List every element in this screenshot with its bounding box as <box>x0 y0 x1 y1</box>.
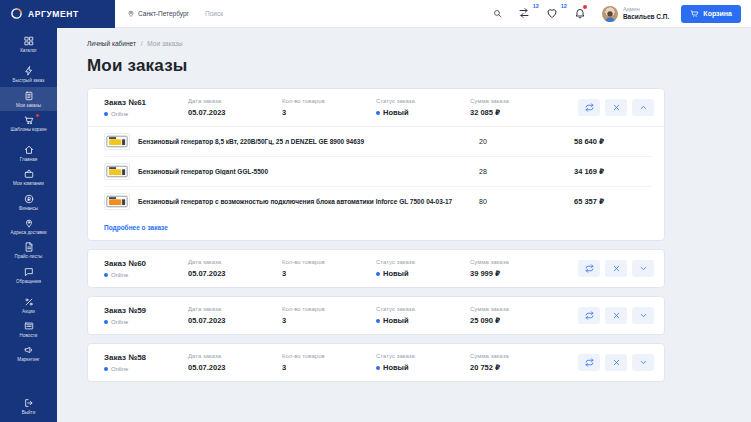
order-sum-label: Сумма заказа <box>470 306 564 312</box>
sidebar-item-my-orders[interactable]: Мои заказы <box>0 87 57 111</box>
location-pin-icon <box>127 9 135 18</box>
sidebar-item-promotions[interactable]: Акции <box>0 293 57 317</box>
online-status-dot <box>104 320 108 324</box>
favorites-button[interactable]: 12 <box>546 7 559 20</box>
order-sum-value: 25 090 ₽ <box>470 316 564 325</box>
order-qty-value: 3 <box>282 363 376 372</box>
sidebar-item-label: Прайс-листы <box>15 254 43 259</box>
order-actions <box>578 354 654 371</box>
order-status-value-block: Новый <box>376 316 470 325</box>
order-actions <box>578 99 654 116</box>
breadcrumb: Личный кабинет / Мои заказы <box>87 40 751 47</box>
sidebar-item-icon <box>24 169 34 179</box>
cancel-order-button[interactable] <box>605 99 627 116</box>
sidebar-item-catalog[interactable]: Каталог <box>0 32 57 56</box>
order-date-value: 05.07.2023 <box>188 269 282 278</box>
cancel-order-button[interactable] <box>605 307 627 324</box>
cart-button[interactable]: Корзина <box>681 5 741 23</box>
order-status-label: Статус заказа <box>376 306 470 312</box>
logout-icon <box>24 398 34 408</box>
orders-icon <box>24 91 34 101</box>
order-header: Заказ №58 Online Дата заказа 05.07.2023 … <box>88 344 664 381</box>
order-date-label: Дата заказа <box>188 306 282 312</box>
sidebar-item-icon <box>24 218 34 228</box>
breadcrumb-home[interactable]: Личный кабинет <box>87 40 136 47</box>
sidebar-item-delivery-addresses[interactable]: Адреса доставки <box>0 214 57 238</box>
order-status-col: Статус заказа Новый <box>376 98 470 117</box>
sidebar-item-icon <box>24 115 34 125</box>
compare-button[interactable]: 12 <box>518 7 531 20</box>
breadcrumb-separator: / <box>141 40 143 47</box>
repeat-order-button[interactable] <box>578 260 600 277</box>
order-qty-label: Кол-во товаров <box>282 353 376 359</box>
order-qty-label: Кол-во товаров <box>282 306 376 312</box>
order-id-block: Заказ №61 Online <box>104 98 188 117</box>
sidebar-item-news[interactable]: Новости <box>0 317 57 341</box>
product-image <box>104 163 130 180</box>
order-id-block: Заказ №58 Online <box>104 353 188 372</box>
order-details-link[interactable]: Подробнее о заказе <box>104 224 168 231</box>
close-icon <box>612 264 621 273</box>
order-sum-col: Сумма заказа 32 085 ₽ <box>470 98 564 117</box>
repeat-order-button[interactable] <box>578 99 600 116</box>
order-qty-col: Кол-во товаров 3 <box>282 259 376 278</box>
sidebar-item-finance[interactable]: Финансы <box>0 190 57 214</box>
order-date-value: 05.07.2023 <box>188 363 282 372</box>
sidebar-item-icon <box>24 194 34 204</box>
repeat-order-button[interactable] <box>578 307 600 324</box>
cancel-order-button[interactable] <box>605 260 627 277</box>
brand-logo[interactable]: АРГУМЕНТ <box>0 0 115 28</box>
cancel-order-button[interactable] <box>605 354 627 371</box>
close-icon <box>612 103 621 112</box>
sidebar-item-my-companies[interactable]: Мои компании <box>0 165 57 189</box>
close-icon <box>612 311 621 320</box>
sidebar-item-quick-order[interactable]: Быстрый заказ <box>0 62 57 86</box>
sidebar-item-logout[interactable]: Выйти <box>0 394 57 418</box>
megaphone-icon <box>24 345 34 355</box>
city-selector[interactable]: Санкт-Петербург <box>127 9 189 18</box>
sidebar-item-support[interactable]: Обращения <box>0 263 57 287</box>
user-menu[interactable]: Админ Васильев С.П. <box>602 6 669 22</box>
pin-icon <box>24 218 34 228</box>
user-role: Админ <box>623 6 669 13</box>
finance-icon <box>24 194 34 204</box>
sidebar-item-cart-templates[interactable]: Шаблоны корзин <box>0 111 57 135</box>
order-qty-col: Кол-во товаров 3 <box>282 306 376 325</box>
order-sum-value: 32 085 ₽ <box>470 108 564 117</box>
search-icon[interactable] <box>493 9 502 18</box>
chevron-down-icon <box>639 311 648 320</box>
product-name[interactable]: Бензиновый генератор с возможностью подк… <box>138 198 479 205</box>
notifications-button[interactable] <box>574 7 587 20</box>
product-name[interactable]: Бензиновый генератор 8,5 кВт, 220В/50Гц,… <box>138 138 479 145</box>
close-icon <box>612 358 621 367</box>
toggle-order-button[interactable] <box>632 99 654 116</box>
order-date-value: 05.07.2023 <box>188 108 282 117</box>
product-name[interactable]: Бензиновый генератор Gigant GGL-5500 <box>138 168 479 175</box>
order-channel-block: Online <box>104 366 188 372</box>
sidebar-nav: Каталог Быстрый заказ Мои заказы Шаблоны… <box>0 28 57 422</box>
order-qty-label: Кол-во товаров <box>282 259 376 265</box>
toggle-order-button[interactable] <box>632 260 654 277</box>
sidebar-item-price-lists[interactable]: Прайс-листы <box>0 238 57 262</box>
status-dot <box>376 272 380 276</box>
doc-icon <box>24 242 34 252</box>
sidebar-item-icon <box>24 321 34 331</box>
sidebar-item-marketing[interactable]: Маркетинг <box>0 341 57 365</box>
order-channel: Online <box>111 319 128 325</box>
toggle-order-button[interactable] <box>632 307 654 324</box>
repeat-order-button[interactable] <box>578 354 600 371</box>
city-name: Санкт-Петербург <box>138 10 189 17</box>
chevron-down-icon <box>639 358 648 367</box>
sidebar-item-icon <box>24 242 34 252</box>
order-sum-col: Сумма заказа 39 999 ₽ <box>470 259 564 278</box>
order-card: Заказ №60 Online Дата заказа 05.07.2023 … <box>87 249 665 288</box>
order-qty-value: 3 <box>282 269 376 278</box>
sidebar-item-home[interactable]: Главная <box>0 141 57 165</box>
toggle-order-button[interactable] <box>632 354 654 371</box>
order-channel-block: Online <box>104 319 188 325</box>
sidebar-item-icon <box>24 145 34 155</box>
order-id-block: Заказ №59 Online <box>104 306 188 325</box>
page-title: Мои заказы <box>87 56 751 76</box>
avatar <box>602 6 618 22</box>
search-input[interactable] <box>205 7 493 20</box>
